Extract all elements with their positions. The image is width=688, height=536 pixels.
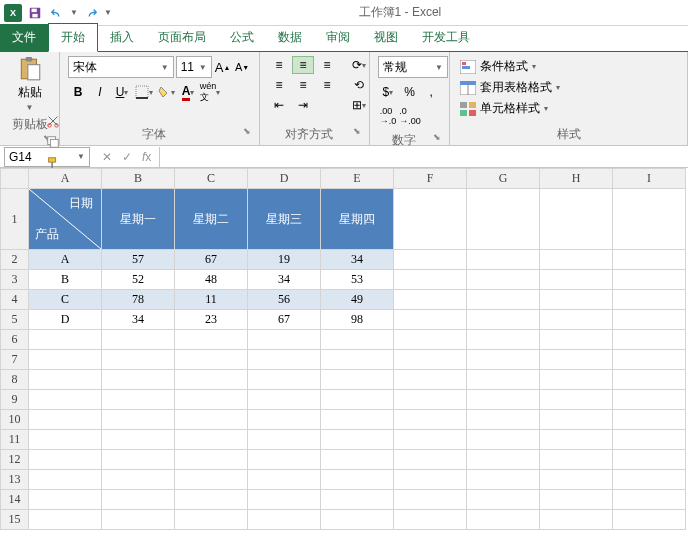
cell-A6[interactable] xyxy=(29,330,102,350)
cell-C12[interactable] xyxy=(175,450,248,470)
cell-H14[interactable] xyxy=(540,490,613,510)
cell-H9[interactable] xyxy=(540,390,613,410)
cell-D6[interactable] xyxy=(248,330,321,350)
tab-review[interactable]: 审阅 xyxy=(314,24,362,51)
cell-A15[interactable] xyxy=(29,510,102,530)
cell-B14[interactable] xyxy=(102,490,175,510)
cell-D3[interactable]: 34 xyxy=(248,270,321,290)
cell-I8[interactable] xyxy=(613,370,686,390)
cell-H2[interactable] xyxy=(540,250,613,270)
increase-decimal-button[interactable]: .00→.0 xyxy=(378,106,398,126)
increase-font-button[interactable]: A▲ xyxy=(214,57,232,77)
cell-D15[interactable] xyxy=(248,510,321,530)
cell-C4[interactable]: 11 xyxy=(175,290,248,310)
cell-E13[interactable] xyxy=(321,470,394,490)
cell-I7[interactable] xyxy=(613,350,686,370)
cell-F11[interactable] xyxy=(394,430,467,450)
conditional-format-button[interactable]: 条件格式▾ xyxy=(458,56,679,77)
col-header-C[interactable]: C xyxy=(175,169,248,189)
cell-B8[interactable] xyxy=(102,370,175,390)
wrap-text-button[interactable]: ⟲ xyxy=(348,76,370,94)
cancel-formula-icon[interactable]: ✕ xyxy=(102,150,112,164)
diagonal-header-cell[interactable]: 日期产品 xyxy=(29,189,101,249)
cell-H3[interactable] xyxy=(540,270,613,290)
cell-B12[interactable] xyxy=(102,450,175,470)
cell-B2[interactable]: 57 xyxy=(102,250,175,270)
cell-H7[interactable] xyxy=(540,350,613,370)
row-header-11[interactable]: 11 xyxy=(1,430,29,450)
cell-G5[interactable] xyxy=(467,310,540,330)
cell-B11[interactable] xyxy=(102,430,175,450)
undo-dropdown[interactable]: ▼ xyxy=(70,8,78,17)
cell-G15[interactable] xyxy=(467,510,540,530)
cell-I14[interactable] xyxy=(613,490,686,510)
cell-I4[interactable] xyxy=(613,290,686,310)
copy-button[interactable] xyxy=(46,135,60,152)
cell-C13[interactable] xyxy=(175,470,248,490)
font-name-select[interactable]: 宋体▼ xyxy=(68,56,174,78)
col-header-E[interactable]: E xyxy=(321,169,394,189)
cell-D13[interactable] xyxy=(248,470,321,490)
cell-B1[interactable]: 星期一 xyxy=(102,189,175,250)
cell-H11[interactable] xyxy=(540,430,613,450)
cell-F2[interactable] xyxy=(394,250,467,270)
cell-C2[interactable]: 67 xyxy=(175,250,248,270)
col-header-D[interactable]: D xyxy=(248,169,321,189)
row-header-2[interactable]: 2 xyxy=(1,250,29,270)
cell-C14[interactable] xyxy=(175,490,248,510)
cell-F8[interactable] xyxy=(394,370,467,390)
cell-E1[interactable]: 星期四 xyxy=(321,189,394,250)
tab-dev[interactable]: 开发工具 xyxy=(410,24,482,51)
decrease-indent-button[interactable]: ⇤ xyxy=(268,96,290,114)
increase-indent-button[interactable]: ⇥ xyxy=(292,96,314,114)
cell-G2[interactable] xyxy=(467,250,540,270)
cell-A12[interactable] xyxy=(29,450,102,470)
col-header-H[interactable]: H xyxy=(540,169,613,189)
tab-data[interactable]: 数据 xyxy=(266,24,314,51)
cell-B4[interactable]: 78 xyxy=(102,290,175,310)
cell-C5[interactable]: 23 xyxy=(175,310,248,330)
cell-H5[interactable] xyxy=(540,310,613,330)
row-header-7[interactable]: 7 xyxy=(1,350,29,370)
cell-A8[interactable] xyxy=(29,370,102,390)
italic-button[interactable]: I xyxy=(90,82,110,102)
row-header-8[interactable]: 8 xyxy=(1,370,29,390)
row-header-6[interactable]: 6 xyxy=(1,330,29,350)
redo-dropdown[interactable]: ▼ xyxy=(104,8,112,17)
cell-D11[interactable] xyxy=(248,430,321,450)
row-header-3[interactable]: 3 xyxy=(1,270,29,290)
cell-G12[interactable] xyxy=(467,450,540,470)
phonetic-button[interactable]: wén文▾ xyxy=(200,82,220,102)
underline-button[interactable]: U▾ xyxy=(112,82,132,102)
cell-A2[interactable]: A xyxy=(29,250,102,270)
align-bottom-button[interactable]: ≡ xyxy=(316,56,338,74)
cell-H12[interactable] xyxy=(540,450,613,470)
row-header-10[interactable]: 10 xyxy=(1,410,29,430)
bold-button[interactable]: B xyxy=(68,82,88,102)
tab-home[interactable]: 开始 xyxy=(48,23,98,52)
comma-button[interactable]: , xyxy=(421,82,441,102)
cell-E3[interactable]: 53 xyxy=(321,270,394,290)
cell-F12[interactable] xyxy=(394,450,467,470)
font-color-button[interactable]: A▾ xyxy=(178,82,198,102)
row-header-12[interactable]: 12 xyxy=(1,450,29,470)
row-header-13[interactable]: 13 xyxy=(1,470,29,490)
col-header-B[interactable]: B xyxy=(102,169,175,189)
cell-E8[interactable] xyxy=(321,370,394,390)
cell-E12[interactable] xyxy=(321,450,394,470)
cell-E15[interactable] xyxy=(321,510,394,530)
cell-D4[interactable]: 56 xyxy=(248,290,321,310)
cell-I2[interactable] xyxy=(613,250,686,270)
cell-D12[interactable] xyxy=(248,450,321,470)
tab-file[interactable]: 文件 xyxy=(0,24,48,51)
col-header-I[interactable]: I xyxy=(613,169,686,189)
cell-A11[interactable] xyxy=(29,430,102,450)
cell-G4[interactable] xyxy=(467,290,540,310)
cell-G8[interactable] xyxy=(467,370,540,390)
cell-I10[interactable] xyxy=(613,410,686,430)
decrease-font-button[interactable]: A▼ xyxy=(233,57,251,77)
cell-I5[interactable] xyxy=(613,310,686,330)
cell-G14[interactable] xyxy=(467,490,540,510)
cell-G13[interactable] xyxy=(467,470,540,490)
confirm-formula-icon[interactable]: ✓ xyxy=(122,150,132,164)
